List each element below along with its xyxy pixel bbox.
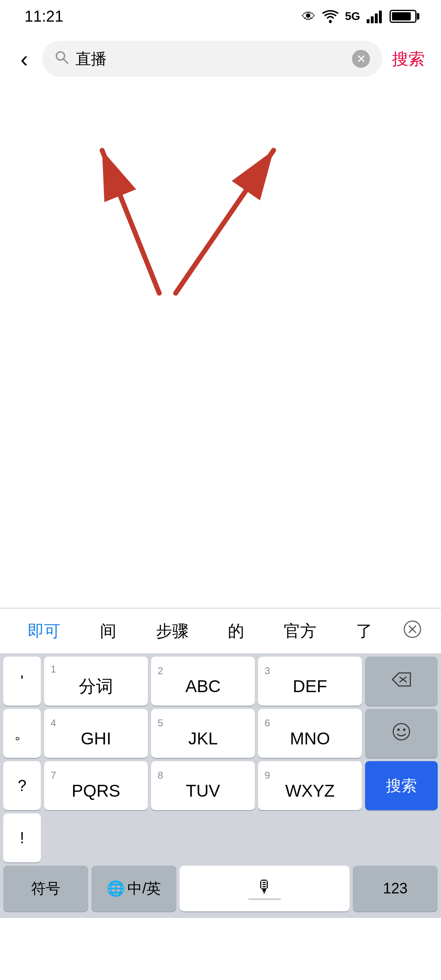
clear-button[interactable]: ✕	[352, 50, 370, 68]
arrow-annotation-area	[0, 85, 441, 371]
search-icon	[54, 50, 69, 68]
key-3-label: DEF	[293, 677, 327, 696]
symbol-column: ' 。 ? !	[0, 657, 41, 862]
svg-point-18	[403, 728, 405, 731]
key-8-num: 8	[158, 771, 261, 780]
search-input-wrap[interactable]: 直播 ✕	[42, 41, 382, 77]
key-mno[interactable]: 6 MNO	[258, 709, 362, 758]
back-button[interactable]: ‹	[16, 46, 32, 72]
lang-switch-label: 中/英	[127, 879, 161, 899]
wifi-icon	[322, 9, 339, 23]
keyboard-main-grid: 1 分词 2 ABC 3 DEF	[41, 657, 441, 862]
svg-rect-2	[371, 16, 374, 23]
keyboard-search-label: 搜索	[386, 775, 417, 796]
sym-period-label: 。	[14, 723, 30, 744]
key-abc[interactable]: 2 ABC	[151, 657, 255, 706]
key-search-enter[interactable]: 搜索	[365, 761, 438, 810]
key-1-label: 分词	[79, 675, 113, 698]
key-lang-switch[interactable]: 🌐 中/英	[91, 866, 176, 911]
key-7-num: 7	[51, 771, 154, 780]
key-tuv[interactable]: 8 TUV	[151, 761, 255, 810]
key-space[interactable]: 🎙	[180, 866, 350, 911]
key-7-label: PQRS	[72, 781, 120, 801]
pred-item-5[interactable]: 了	[332, 620, 396, 642]
prediction-bar: 即可 间 步骤 的 官方 了	[0, 608, 441, 653]
annotation-arrows	[0, 85, 441, 371]
clear-icon: ✕	[356, 52, 366, 66]
search-action-button[interactable]: 搜索	[392, 48, 425, 70]
key-6-label: MNO	[290, 729, 330, 748]
key-fenchi[interactable]: 1 分词	[44, 657, 148, 706]
pred-item-4[interactable]: 官方	[268, 620, 332, 642]
key-9-label: WXYZ	[285, 781, 334, 801]
svg-rect-4	[379, 11, 382, 23]
key-123[interactable]: 123	[353, 866, 438, 911]
svg-rect-1	[367, 19, 370, 23]
5g-icon: 5G	[345, 10, 360, 23]
sym-key-question[interactable]: ?	[3, 761, 41, 810]
key-8-label: TUV	[186, 781, 220, 801]
key-9-num: 9	[265, 771, 368, 780]
globe-icon: 🌐	[107, 880, 125, 897]
status-icons: 👁 5G	[302, 9, 416, 24]
backspace-icon	[391, 671, 412, 691]
sym-key-comma[interactable]: '	[3, 657, 41, 706]
key-5-num: 5	[158, 718, 261, 728]
keyboard-row-2: 4 GHI 5 JKL 6 MNO	[41, 709, 441, 758]
emoji-icon	[392, 722, 411, 745]
svg-point-0	[329, 20, 332, 23]
sym-exclaim-label: !	[20, 829, 24, 847]
status-time: 11:21	[24, 8, 63, 25]
symbol-key-label: 符号	[31, 879, 60, 899]
sym-key-period[interactable]: 。	[3, 709, 41, 758]
status-bar: 11:21 👁 5G	[0, 0, 441, 33]
search-bar-row: ‹ 直播 ✕ 搜索	[0, 33, 441, 85]
key-2-label: ABC	[185, 677, 220, 696]
eye-icon: 👁	[302, 9, 316, 24]
mic-icon: 🎙	[256, 877, 273, 897]
keyboard-row-1: 1 分词 2 ABC 3 DEF	[41, 657, 441, 706]
key-pqrs[interactable]: 7 PQRS	[44, 761, 148, 810]
key-emoji[interactable]	[365, 709, 438, 758]
key-3-num: 3	[265, 666, 368, 676]
key-backspace[interactable]	[365, 657, 438, 706]
key-symbol[interactable]: 符号	[3, 866, 88, 911]
key-4-num: 4	[51, 718, 154, 728]
key-wxyz[interactable]: 9 WXYZ	[258, 761, 362, 810]
num-key-label: 123	[383, 880, 408, 897]
key-1-num: 1	[51, 664, 154, 674]
sym-comma-label: '	[20, 673, 23, 690]
svg-point-17	[397, 728, 400, 731]
pred-item-0[interactable]: 即可	[12, 620, 76, 642]
signal-icon	[367, 9, 383, 23]
sym-question-label: ?	[18, 777, 26, 795]
key-2-num: 2	[158, 666, 261, 676]
svg-line-6	[64, 59, 68, 63]
pred-delete-button[interactable]	[396, 620, 429, 642]
space-underline	[248, 898, 281, 900]
svg-line-9	[102, 150, 159, 293]
content-area	[0, 371, 441, 608]
key-5-label: JKL	[188, 729, 218, 748]
svg-line-10	[176, 150, 274, 293]
key-jkl[interactable]: 5 JKL	[151, 709, 255, 758]
pred-item-1[interactable]: 间	[76, 620, 140, 642]
key-def[interactable]: 3 DEF	[258, 657, 362, 706]
svg-point-16	[393, 724, 410, 740]
keyboard-bottom-row: 符号 🌐 中/英 🎙 123	[0, 862, 441, 918]
keyboard-row-3: 7 PQRS 8 TUV 9 WXYZ 搜索	[41, 761, 441, 810]
pred-item-3[interactable]: 的	[204, 620, 268, 642]
pred-item-2[interactable]: 步骤	[140, 620, 204, 642]
key-6-num: 6	[265, 718, 368, 728]
svg-rect-3	[375, 13, 378, 23]
battery-icon	[390, 10, 416, 23]
keyboard-main-area: ' 。 ? ! 1 分词 2 ABC	[0, 657, 441, 862]
keyboard: ' 。 ? ! 1 分词 2 ABC	[0, 653, 441, 918]
search-input[interactable]: 直播	[76, 49, 345, 69]
sym-key-exclaim[interactable]: !	[3, 813, 41, 862]
key-4-label: GHI	[81, 729, 111, 748]
key-ghi[interactable]: 4 GHI	[44, 709, 148, 758]
